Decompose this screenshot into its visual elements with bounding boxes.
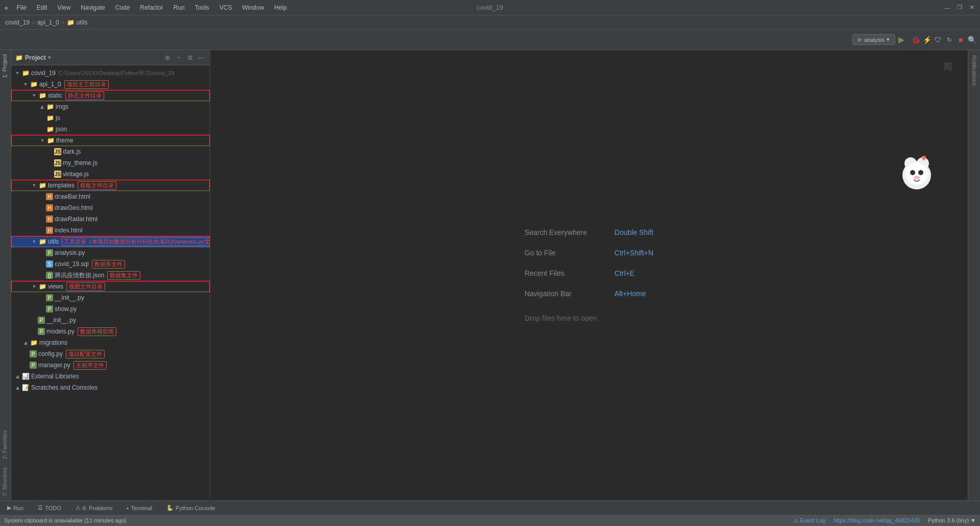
toolbar-right: ▶ analysis ▾ ▶ 🐞 ⚡ 🛡 ↻ ■ 🔍	[852, 34, 976, 45]
run-button[interactable]: ▶	[898, 35, 909, 45]
tree-item-covid-sql[interactable]: ▶ S covid_19.sql 数据库文件	[11, 258, 210, 270]
profile-button[interactable]: ⚡	[923, 36, 931, 44]
menu-edit[interactable]: Edit	[33, 3, 52, 12]
breadcrumb-module[interactable]: api_1_0	[37, 19, 59, 26]
maximize-button[interactable]: ❐	[955, 4, 964, 12]
tree-item-index-html[interactable]: ▶ H index.html	[11, 225, 210, 236]
label-theme: theme	[56, 137, 73, 144]
status-right: ⚠ Event Log https://blog.csdn.net/qq_458…	[794, 517, 976, 524]
tree-item-tencent-json[interactable]: ▶ {} 腾讯疫情数据.json 数据集文件	[11, 270, 210, 281]
menu-window[interactable]: Window	[238, 3, 268, 12]
json-file-icon: {}	[46, 272, 53, 279]
annotation-manager-py: 主程序文件	[74, 361, 107, 370]
tree-item-theme[interactable]: ▼ 📁 theme	[11, 135, 210, 146]
menu-code[interactable]: Code	[111, 3, 134, 12]
tree-item-manager-py[interactable]: ▶ P manager.py 主程序文件	[11, 360, 210, 371]
run-config-dropdown[interactable]: ▶ analysis ▾	[852, 34, 895, 45]
tree-item-dark-js[interactable]: ▶ JS dark.js	[11, 146, 210, 157]
arrow-external-libs: ▶	[13, 372, 21, 380]
coverage-button[interactable]: 🛡	[934, 36, 942, 44]
tree-item-init-api[interactable]: ▶ P __init__.py	[11, 315, 210, 326]
tab-python-console[interactable]: 🐍 Python Console	[163, 501, 218, 515]
tree-item-vintage-js[interactable]: ▶ JS vintage.js	[11, 169, 210, 180]
label-dark-js: dark.js	[63, 148, 81, 155]
menu-vcs[interactable]: VCS	[215, 3, 236, 12]
folder-icon: 📁	[46, 136, 55, 145]
tab-todo[interactable]: ☰ TODO	[35, 501, 64, 515]
tab-problems[interactable]: ⚠ 6: Problems	[72, 501, 116, 515]
annotation-models-py: 数据库模型类	[78, 327, 116, 336]
label-external-libs: External Libraries	[31, 373, 79, 380]
status-bar: System clipboard is unavailable (11 minu…	[0, 515, 980, 526]
tree-item-imgs[interactable]: ▶ 📁 imgs	[11, 101, 210, 112]
tree-item-drawradar[interactable]: ▶ H drawRadar.html	[11, 213, 210, 225]
folder-icon: 📁	[46, 125, 54, 133]
label-views: views	[48, 283, 63, 290]
collapse-all-button[interactable]: ÷	[174, 53, 183, 62]
tree-item-scratches[interactable]: ▶ 📝 Scratches and Consoles	[11, 382, 210, 393]
label-api: api_1_0	[39, 81, 61, 88]
sidebar-header: 📁 Project ▾ ⊕ ÷ ⚙ —	[11, 50, 210, 65]
menu-file[interactable]: File	[12, 3, 30, 12]
tree-item-js[interactable]: ▶ 📁 js	[11, 112, 210, 124]
drop-files-text: Drop files here to open	[525, 314, 597, 322]
problems-icon: ⚠	[76, 505, 81, 511]
tab-terminal[interactable]: ▪ Terminal	[124, 501, 155, 515]
tree-item-static[interactable]: ▼ 📁 static 静态文件目录	[11, 90, 210, 101]
status-python-version[interactable]: Python 3.6 (tiny) ▼	[928, 517, 976, 523]
close-panel-button[interactable]: —	[197, 53, 206, 62]
py-file-icon: P	[38, 328, 45, 335]
run-icon: ▶	[7, 505, 11, 511]
stop-button[interactable]: ■	[957, 36, 965, 44]
debug-button[interactable]: 🐞	[912, 36, 920, 44]
chinese-decoration: 简	[943, 60, 952, 73]
tree-item-analysis-py[interactable]: ▶ P analysis.py	[11, 247, 210, 258]
menu-help[interactable]: Help	[270, 3, 291, 12]
tree-item-models-py[interactable]: ▶ P models.py 数据库模型类	[11, 326, 210, 337]
status-event-log[interactable]: ⚠ Event Log	[794, 517, 826, 524]
menu-refactor[interactable]: Refactor	[136, 3, 167, 12]
sidebar-title: 📁 Project ▾	[15, 54, 51, 61]
tree-item-drawgeo[interactable]: ▶ H drawGeo.html	[11, 202, 210, 213]
tree-item-external-libs[interactable]: ▶ 📊 External Libraries	[11, 371, 210, 382]
rerun-button[interactable]: ↻	[945, 36, 953, 44]
tree-item-covid19[interactable]: ▼ 📁 covid_19 C:\Users\20193\Desktop\Pyth…	[11, 67, 210, 79]
menu-run[interactable]: Run	[169, 3, 189, 12]
label-js: js	[56, 114, 60, 122]
tree-item-api[interactable]: ▼ 📁 api_1_0 项目主工程目录	[11, 79, 210, 90]
tree-item-init-views[interactable]: ▶ P __init__.py	[11, 292, 210, 303]
tab-project[interactable]: 1: Project	[0, 50, 11, 82]
tree-item-show-py[interactable]: ▶ P show.py	[11, 303, 210, 315]
label-vintage-js: vintage.js	[63, 171, 89, 178]
tree-item-json[interactable]: ▶ 📁 json	[11, 124, 210, 135]
menu-navigate[interactable]: Navigate	[77, 3, 109, 12]
tree-item-templates[interactable]: ▼ 📁 templates 模板文件目录	[11, 180, 210, 191]
tree-item-drawbar[interactable]: ▶ H drawBar.html	[11, 191, 210, 202]
locate-file-button[interactable]: ⊕	[163, 53, 172, 62]
settings-button[interactable]: ⚙	[185, 53, 194, 62]
tab-favorites[interactable]: 2: Favorites	[0, 426, 11, 463]
tree-item-migrations[interactable]: ▶ 📁 migrations	[11, 337, 210, 348]
js-file-icon: JS	[54, 171, 61, 178]
annotation-tencent-json: 数据集文件	[107, 271, 140, 280]
menu-tools[interactable]: Tools	[191, 3, 213, 12]
minimize-button[interactable]: —	[943, 4, 951, 12]
todo-icon: ☰	[38, 505, 43, 511]
search-everywhere-button[interactable]: 🔍	[968, 36, 976, 44]
status-blog-link[interactable]: https://blog.csdn.net/qq_45821420	[834, 517, 920, 523]
shortcut-row-recent: Recent Files Ctrl+E	[525, 269, 653, 277]
right-tab-notifications[interactable]: Notifications	[970, 52, 978, 89]
tree-item-utils[interactable]: ▼ 📁 utils 工具目录（本项目的数据分析代码在此项目的analysis.p…	[11, 236, 210, 247]
tree-item-my-theme-js[interactable]: ▶ JS my_theme.js	[11, 157, 210, 169]
close-button[interactable]: ✕	[968, 4, 976, 12]
shortcut-row-search: Search Everywhere Double Shift	[525, 228, 653, 236]
breadcrumb-folder[interactable]: 📁 utils	[67, 19, 87, 26]
tab-run[interactable]: ▶ Run	[4, 501, 27, 515]
tree-item-views[interactable]: ▼ 📁 views 视图文件目录	[11, 281, 210, 292]
label-my-theme-js: my_theme.js	[63, 159, 97, 166]
tab-structure[interactable]: 7: Structure	[0, 463, 11, 500]
menu-view[interactable]: View	[54, 3, 75, 12]
python-icon: 🐍	[166, 505, 174, 511]
tree-item-config-py[interactable]: ▶ P config.py 项目配置文件	[11, 348, 210, 360]
breadcrumb-project[interactable]: covid_19	[5, 19, 30, 26]
